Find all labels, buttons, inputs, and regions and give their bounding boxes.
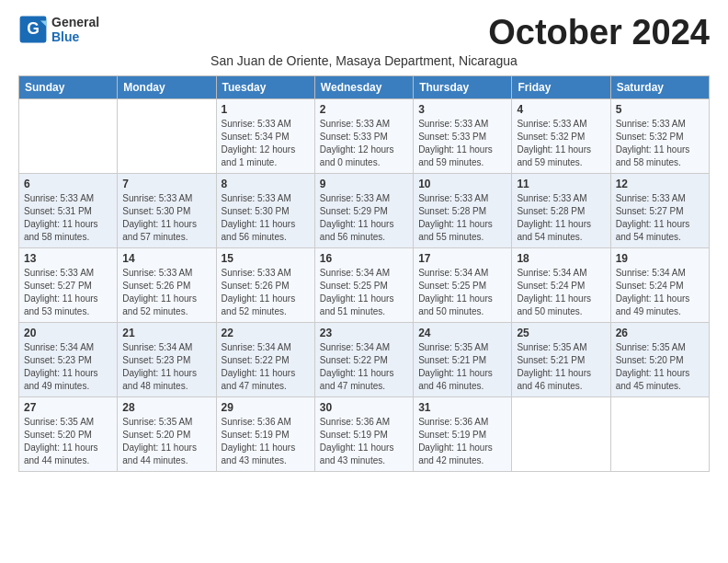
calendar-cell: 15Sunrise: 5:33 AM Sunset: 5:26 PM Dayli… <box>216 248 314 323</box>
calendar-cell: 18Sunrise: 5:34 AM Sunset: 5:24 PM Dayli… <box>512 248 610 323</box>
day-detail: Sunrise: 5:34 AM Sunset: 5:23 PM Dayligh… <box>122 341 210 393</box>
day-detail: Sunrise: 5:33 AM Sunset: 5:29 PM Dayligh… <box>320 192 408 244</box>
day-detail: Sunrise: 5:35 AM Sunset: 5:20 PM Dayligh… <box>122 416 210 467</box>
calendar-cell: 24Sunrise: 5:35 AM Sunset: 5:21 PM Dayli… <box>414 323 512 397</box>
day-number: 14 <box>122 252 210 265</box>
day-detail: Sunrise: 5:33 AM Sunset: 5:26 PM Dayligh… <box>222 267 310 318</box>
calendar-cell: 5Sunrise: 5:33 AM Sunset: 5:32 PM Daylig… <box>610 99 709 174</box>
day-detail: Sunrise: 5:34 AM Sunset: 5:22 PM Dayligh… <box>222 341 310 393</box>
day-detail: Sunrise: 5:36 AM Sunset: 5:19 PM Dayligh… <box>320 416 408 467</box>
day-number: 22 <box>222 327 310 339</box>
day-number: 18 <box>517 252 605 265</box>
calendar-cell: 25Sunrise: 5:35 AM Sunset: 5:21 PM Dayli… <box>512 323 610 397</box>
day-number: 30 <box>320 401 408 414</box>
day-detail: Sunrise: 5:35 AM Sunset: 5:21 PM Dayligh… <box>418 341 506 393</box>
calendar-cell: 17Sunrise: 5:34 AM Sunset: 5:25 PM Dayli… <box>414 248 512 323</box>
day-number: 28 <box>122 401 210 414</box>
day-number: 15 <box>222 252 310 265</box>
day-detail: Sunrise: 5:35 AM Sunset: 5:21 PM Dayligh… <box>517 341 605 393</box>
day-detail: Sunrise: 5:33 AM Sunset: 5:32 PM Dayligh… <box>517 118 605 169</box>
calendar-cell <box>118 99 216 174</box>
calendar-subtitle: San Juan de Oriente, Masaya Department, … <box>18 53 710 68</box>
day-detail: Sunrise: 5:34 AM Sunset: 5:25 PM Dayligh… <box>320 267 408 318</box>
day-detail: Sunrise: 5:33 AM Sunset: 5:27 PM Dayligh… <box>616 192 704 244</box>
calendar-cell: 26Sunrise: 5:35 AM Sunset: 5:20 PM Dayli… <box>610 323 709 397</box>
calendar-cell: 9Sunrise: 5:33 AM Sunset: 5:29 PM Daylig… <box>314 174 413 248</box>
calendar-cell: 8Sunrise: 5:33 AM Sunset: 5:30 PM Daylig… <box>216 174 314 248</box>
calendar-cell <box>610 397 709 472</box>
calendar-cell <box>19 99 118 174</box>
calendar-cell: 29Sunrise: 5:36 AM Sunset: 5:19 PM Dayli… <box>216 397 314 472</box>
day-detail: Sunrise: 5:35 AM Sunset: 5:20 PM Dayligh… <box>24 416 112 467</box>
weekday-header-thursday: Thursday <box>414 76 512 99</box>
day-number: 29 <box>222 401 310 414</box>
calendar-cell: 3Sunrise: 5:33 AM Sunset: 5:33 PM Daylig… <box>414 99 512 174</box>
weekday-header-wednesday: Wednesday <box>314 76 413 99</box>
calendar-cell: 28Sunrise: 5:35 AM Sunset: 5:20 PM Dayli… <box>118 397 216 472</box>
day-number: 8 <box>222 178 310 190</box>
calendar-cell: 16Sunrise: 5:34 AM Sunset: 5:25 PM Dayli… <box>314 248 413 323</box>
calendar-table: SundayMondayTuesdayWednesdayThursdayFrid… <box>18 75 710 472</box>
day-number: 25 <box>517 327 605 339</box>
calendar-cell: 4Sunrise: 5:33 AM Sunset: 5:32 PM Daylig… <box>512 99 610 174</box>
day-number: 4 <box>517 103 605 116</box>
day-number: 6 <box>24 178 112 190</box>
day-detail: Sunrise: 5:33 AM Sunset: 5:34 PM Dayligh… <box>222 118 310 169</box>
calendar-cell: 12Sunrise: 5:33 AM Sunset: 5:27 PM Dayli… <box>610 174 709 248</box>
day-number: 10 <box>418 178 506 190</box>
day-detail: Sunrise: 5:36 AM Sunset: 5:19 PM Dayligh… <box>222 416 310 467</box>
day-detail: Sunrise: 5:36 AM Sunset: 5:19 PM Dayligh… <box>418 416 506 467</box>
calendar-cell: 13Sunrise: 5:33 AM Sunset: 5:27 PM Dayli… <box>19 248 118 323</box>
day-detail: Sunrise: 5:35 AM Sunset: 5:20 PM Dayligh… <box>616 341 704 393</box>
day-number: 24 <box>418 327 506 339</box>
calendar-cell: 11Sunrise: 5:33 AM Sunset: 5:28 PM Dayli… <box>512 174 610 248</box>
day-number: 1 <box>222 103 310 116</box>
logo-text: General Blue <box>51 15 99 44</box>
calendar-cell: 2Sunrise: 5:33 AM Sunset: 5:33 PM Daylig… <box>314 99 413 174</box>
day-detail: Sunrise: 5:33 AM Sunset: 5:28 PM Dayligh… <box>418 192 506 244</box>
day-number: 26 <box>616 327 704 339</box>
day-number: 20 <box>24 327 112 339</box>
day-detail: Sunrise: 5:34 AM Sunset: 5:22 PM Dayligh… <box>320 341 408 393</box>
calendar-cell: 22Sunrise: 5:34 AM Sunset: 5:22 PM Dayli… <box>216 323 314 397</box>
day-number: 17 <box>418 252 506 265</box>
logo-icon: G <box>18 15 48 44</box>
month-title: October 2024 <box>488 15 710 50</box>
logo: G General Blue <box>18 15 99 44</box>
day-number: 11 <box>517 178 605 190</box>
day-number: 27 <box>24 401 112 414</box>
day-detail: Sunrise: 5:34 AM Sunset: 5:25 PM Dayligh… <box>418 267 506 318</box>
day-detail: Sunrise: 5:33 AM Sunset: 5:31 PM Dayligh… <box>24 192 112 244</box>
calendar-cell: 23Sunrise: 5:34 AM Sunset: 5:22 PM Dayli… <box>314 323 413 397</box>
day-detail: Sunrise: 5:33 AM Sunset: 5:26 PM Dayligh… <box>122 267 210 318</box>
day-number: 13 <box>24 252 112 265</box>
weekday-header-friday: Friday <box>512 76 610 99</box>
calendar-cell: 1Sunrise: 5:33 AM Sunset: 5:34 PM Daylig… <box>216 99 314 174</box>
calendar-cell: 31Sunrise: 5:36 AM Sunset: 5:19 PM Dayli… <box>414 397 512 472</box>
day-number: 3 <box>418 103 506 116</box>
day-detail: Sunrise: 5:33 AM Sunset: 5:27 PM Dayligh… <box>24 267 112 318</box>
day-number: 21 <box>122 327 210 339</box>
day-detail: Sunrise: 5:34 AM Sunset: 5:24 PM Dayligh… <box>616 267 704 318</box>
calendar-cell: 10Sunrise: 5:33 AM Sunset: 5:28 PM Dayli… <box>414 174 512 248</box>
calendar-cell: 19Sunrise: 5:34 AM Sunset: 5:24 PM Dayli… <box>610 248 709 323</box>
weekday-header-sunday: Sunday <box>19 76 118 99</box>
calendar-cell: 7Sunrise: 5:33 AM Sunset: 5:30 PM Daylig… <box>118 174 216 248</box>
weekday-header-tuesday: Tuesday <box>216 76 314 99</box>
day-number: 7 <box>122 178 210 190</box>
weekday-header-saturday: Saturday <box>610 76 709 99</box>
day-detail: Sunrise: 5:33 AM Sunset: 5:28 PM Dayligh… <box>517 192 605 244</box>
calendar-cell: 14Sunrise: 5:33 AM Sunset: 5:26 PM Dayli… <box>118 248 216 323</box>
day-number: 5 <box>616 103 704 116</box>
svg-text:G: G <box>27 19 40 38</box>
day-detail: Sunrise: 5:33 AM Sunset: 5:33 PM Dayligh… <box>418 118 506 169</box>
calendar-cell: 27Sunrise: 5:35 AM Sunset: 5:20 PM Dayli… <box>19 397 118 472</box>
calendar-cell: 21Sunrise: 5:34 AM Sunset: 5:23 PM Dayli… <box>118 323 216 397</box>
day-number: 9 <box>320 178 408 190</box>
day-number: 2 <box>320 103 408 116</box>
day-detail: Sunrise: 5:33 AM Sunset: 5:32 PM Dayligh… <box>616 118 704 169</box>
day-number: 19 <box>616 252 704 265</box>
calendar-cell: 6Sunrise: 5:33 AM Sunset: 5:31 PM Daylig… <box>19 174 118 248</box>
day-number: 12 <box>616 178 704 190</box>
day-number: 23 <box>320 327 408 339</box>
